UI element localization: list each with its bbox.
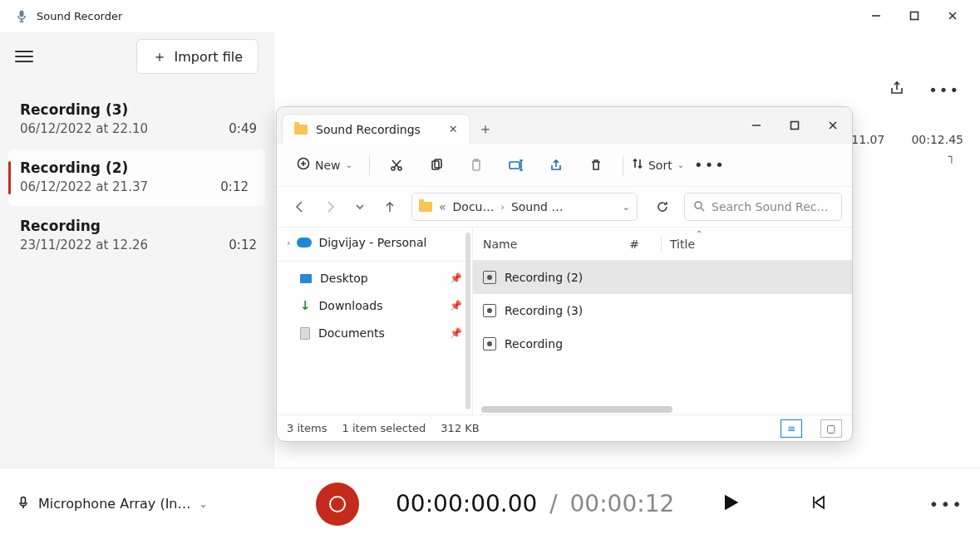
breadcrumb-seg[interactable]: Sound … <box>511 200 564 213</box>
skip-start-button[interactable] <box>809 493 827 515</box>
fe-maximize-button[interactable] <box>776 112 814 139</box>
svg-point-25 <box>695 202 702 208</box>
selected-size: 312 KB <box>441 422 479 434</box>
pin-icon[interactable]: 📌 <box>450 272 462 284</box>
timeline-end-glyph: ┐ <box>948 149 955 163</box>
app-title: Sound Recorder <box>37 10 122 22</box>
recording-item[interactable]: Recording23/11/2022 at 12.260:12 <box>0 208 273 264</box>
svg-rect-0 <box>20 11 24 17</box>
documents-icon <box>300 327 310 340</box>
column-headers[interactable]: Name ⌃ # Title <box>473 228 852 261</box>
status-bar: 3 items 1 item selected 312 KB ≡ ▢ <box>277 414 852 441</box>
recent-button[interactable] <box>347 194 373 220</box>
new-tab-button[interactable]: ＋ <box>470 114 500 144</box>
explorer-tab[interactable]: Sound Recordings ✕ <box>282 114 470 144</box>
pin-icon[interactable]: 📌 <box>450 300 462 311</box>
share-icon[interactable] <box>889 80 905 100</box>
nav-onedrive[interactable]: › Digvijay - Personal <box>277 228 472 257</box>
nav-item[interactable]: Desktop📌 <box>277 265 472 292</box>
toolbar-more-button[interactable]: ••• <box>687 156 732 174</box>
copy-button[interactable] <box>418 150 455 180</box>
up-button[interactable] <box>377 194 403 220</box>
total-time: 00:00:12 <box>570 490 675 517</box>
sort-icon <box>632 158 643 172</box>
maximize-button[interactable] <box>895 2 933 29</box>
svg-rect-7 <box>791 122 799 130</box>
share-button[interactable] <box>538 150 574 180</box>
more-button[interactable]: ••• <box>929 494 963 514</box>
chevron-down-icon[interactable]: ⌄ <box>623 202 630 213</box>
recording-item[interactable]: Recording (2)06/12/2022 at 21.370:12 <box>8 149 265 206</box>
timecode: 00:00:00.00 / 00:00:12 <box>396 490 674 517</box>
address-field[interactable]: « Docu… › Sound … ⌄ <box>411 193 638 221</box>
play-button[interactable] <box>719 491 742 517</box>
pin-icon[interactable]: 📌 <box>450 327 462 339</box>
nav-item[interactable]: Documents📌 <box>277 320 472 346</box>
import-file-button[interactable]: ＋ Import file <box>136 39 259 74</box>
folder-icon <box>294 125 308 135</box>
recording-duration: 0:12 <box>220 179 249 194</box>
icons-view-button[interactable]: ▢ <box>820 419 842 438</box>
chevron-right-icon: › <box>501 202 505 213</box>
device-label: Microphone Array (In… <box>38 496 191 512</box>
file-row[interactable]: Recording (2) <box>473 261 852 294</box>
close-button[interactable] <box>933 2 972 29</box>
search-field[interactable]: Search Sound Rec… <box>684 193 842 221</box>
microphone-icon <box>17 496 30 512</box>
details-view-button[interactable]: ≡ <box>781 419 802 438</box>
downloads-icon: ↓ <box>300 298 311 313</box>
nav-item[interactable]: ↓Downloads📌 <box>277 292 472 320</box>
record-button[interactable] <box>316 483 359 526</box>
horizontal-scrollbar[interactable] <box>481 406 844 414</box>
file-row[interactable]: Recording <box>473 327 852 360</box>
sort-asc-icon: ⌃ <box>696 229 702 238</box>
svg-rect-2 <box>911 12 918 20</box>
svg-rect-19 <box>473 160 480 170</box>
selected-count: 1 item selected <box>342 422 426 434</box>
playback-bar: Microphone Array (In… ⌄ 00:00:00.00 / 00… <box>0 468 980 539</box>
search-placeholder: Search Sound Rec… <box>712 200 829 213</box>
onedrive-icon <box>297 238 312 247</box>
fe-tabbar: Sound Recordings ✕ ＋ <box>277 107 852 144</box>
input-device-select[interactable]: Microphone Array (In… ⌄ <box>17 496 249 512</box>
current-time: 00:00:00.00 <box>396 490 537 517</box>
recording-duration: 0:49 <box>229 121 257 136</box>
sort-button[interactable]: Sort ⌄ <box>632 158 684 172</box>
file-row[interactable]: Recording (3) <box>473 294 852 327</box>
close-tab-button[interactable]: ✕ <box>449 123 458 135</box>
fe-toolbar: New ⌄ Sort ⌄ ••• <box>277 144 852 187</box>
breadcrumb-seg[interactable]: Docu… <box>453 200 495 213</box>
rename-button[interactable] <box>498 150 534 180</box>
plus-icon: ＋ <box>152 47 167 66</box>
recording-title: Recording (2) <box>20 159 148 176</box>
new-button[interactable]: New ⌄ <box>288 150 361 180</box>
file-explorer-window: Sound Recordings ✕ ＋ New ⌄ Sort ⌄ ••• <box>276 106 853 442</box>
nav-pane: › Digvijay - Personal Desktop📌↓Downloads… <box>277 228 473 414</box>
recording-item[interactable]: Recording (3)06/12/2022 at 22.100:49 <box>0 91 273 148</box>
recording-title: Recording <box>20 218 148 234</box>
breadcrumb-prefix: « <box>439 200 446 213</box>
plus-circle-icon <box>297 157 310 173</box>
recordings-list: Recording (3)06/12/2022 at 22.100:49Reco… <box>0 81 273 274</box>
delete-button[interactable] <box>578 150 614 180</box>
import-label: Import file <box>174 49 243 65</box>
chevron-down-icon: ⌄ <box>677 160 684 169</box>
fe-minimize-button[interactable] <box>737 112 776 139</box>
menu-button[interactable] <box>15 51 33 62</box>
folder-icon <box>419 202 432 212</box>
recording-subtitle: 06/12/2022 at 21.37 <box>20 179 148 194</box>
forward-button[interactable] <box>317 194 343 220</box>
desktop-icon <box>300 274 312 283</box>
cut-button[interactable] <box>378 150 415 180</box>
back-button[interactable] <box>287 194 313 220</box>
nav-scrollbar[interactable] <box>465 233 470 409</box>
refresh-button[interactable] <box>649 194 676 220</box>
fe-close-button[interactable] <box>814 112 852 139</box>
recordings-sidebar: ＋ Import file Recording (3)06/12/2022 at… <box>0 32 274 468</box>
minimize-button[interactable] <box>857 2 895 29</box>
chevron-down-icon: ⌄ <box>346 160 352 169</box>
paste-button[interactable] <box>458 150 495 180</box>
more-icon[interactable]: ••• <box>928 81 960 99</box>
audio-file-icon <box>483 304 496 317</box>
recording-duration: 0:12 <box>229 238 257 252</box>
